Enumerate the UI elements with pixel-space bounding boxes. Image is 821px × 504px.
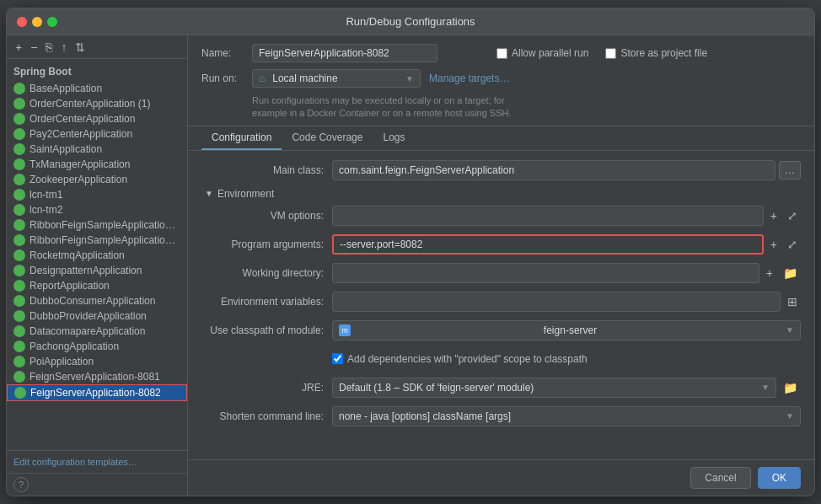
config-item-7[interactable]: lcn-tm1 — [7, 187, 187, 202]
app-icon-7 — [13, 189, 25, 201]
config-item-2[interactable]: OrderCenterApplication — [7, 111, 187, 126]
add-deps-checkbox[interactable] — [332, 353, 343, 364]
config-item-3[interactable]: Pay2CenterApplication — [7, 126, 187, 142]
classpath-value: feign-server — [544, 324, 597, 336]
jre-field: Default (1.8 – SDK of 'feign-server' mod… — [332, 378, 801, 398]
vm-options-field: + ⤢ — [332, 206, 801, 226]
working-dir-browse-button[interactable]: 📁 — [780, 265, 801, 281]
run-on-select[interactable]: ⌂ Local machine ▼ — [252, 69, 421, 88]
vm-options-input[interactable] — [332, 206, 764, 226]
environment-section[interactable]: ▼ Environment — [201, 188, 801, 200]
env-vars-input[interactable] — [332, 292, 781, 312]
edit-templates-link[interactable]: Edit configuration templates… — [13, 457, 137, 467]
config-item-label-10: RibbonFeignSampleApplicatio… — [30, 234, 175, 246]
app-icon-8 — [13, 204, 25, 216]
jre-value: Default (1.8 – SDK of 'feign-server' mod… — [339, 382, 534, 394]
program-args-input[interactable] — [332, 234, 764, 255]
help-button[interactable]: ? — [13, 477, 29, 492]
app-icon-1 — [13, 98, 25, 110]
working-dir-expand-button[interactable]: + — [763, 265, 776, 281]
config-item-label-20: FeignServerApplication-8082 — [30, 387, 161, 399]
working-dir-row: Working directory: + 📁 — [201, 262, 801, 284]
store-as-project-checkbox[interactable] — [605, 48, 616, 59]
add-deps-label: Add dependencies with "provided" scope t… — [332, 353, 588, 365]
shorten-value: none - java [options] className [args] — [339, 410, 511, 422]
vm-options-row: VM options: + ⤢ — [201, 205, 801, 227]
jre-select[interactable]: Default (1.8 – SDK of 'feign-server' mod… — [332, 378, 776, 398]
config-item-9[interactable]: RibbonFeignSampleApplicatio… — [7, 217, 187, 233]
config-item-0[interactable]: BaseApplication — [7, 81, 187, 96]
ok-button[interactable]: OK — [758, 467, 801, 489]
jre-label: JRE: — [201, 382, 332, 394]
env-vars-row: Environment variables: ⊞ — [201, 291, 801, 313]
working-dir-input[interactable] — [332, 263, 759, 283]
jre-browse-button[interactable]: 📁 — [780, 380, 801, 395]
env-vars-browse-button[interactable]: ⊞ — [784, 294, 801, 309]
app-icon-5 — [13, 158, 25, 170]
name-input[interactable] — [252, 44, 437, 62]
config-item-6[interactable]: ZookeeperApplication — [7, 172, 187, 187]
config-item-11[interactable]: RocketmqApplication — [7, 248, 187, 263]
run-on-value: Local machine — [272, 72, 337, 84]
app-icon-12 — [13, 265, 25, 276]
config-item-13[interactable]: ReportApplication — [7, 278, 187, 293]
tab-configuration[interactable]: Configuration — [201, 126, 282, 150]
sidebar: + − ⎘ ↑ ⇅ Spring Boot BaseApplication Or… — [7, 35, 188, 496]
run-on-label: Run on: — [201, 72, 244, 84]
main-class-input[interactable] — [332, 160, 775, 180]
config-item-15[interactable]: DubboProviderApplication — [7, 308, 187, 324]
config-item-19[interactable]: FeignServerApplication-8081 — [7, 369, 187, 384]
app-icon-10 — [13, 234, 25, 246]
name-row: Name: Allow parallel run Store as projec… — [201, 44, 801, 62]
maximize-button[interactable] — [47, 17, 57, 27]
shorten-select[interactable]: none - java [options] className [args] ▼ — [332, 406, 801, 426]
main-class-row: Main class: … — [201, 159, 801, 181]
config-item-label-15: DubboProviderApplication — [30, 310, 147, 322]
tab-coverage[interactable]: Code Coverage — [282, 126, 373, 150]
config-item-10[interactable]: RibbonFeignSampleApplicatio… — [7, 233, 187, 248]
app-icon-15 — [13, 310, 25, 322]
config-item-4[interactable]: SaintApplication — [7, 142, 187, 157]
move-up-button[interactable]: ↑ — [57, 39, 70, 56]
config-item-label-0: BaseApplication — [30, 83, 102, 94]
config-item-8[interactable]: lcn-tm2 — [7, 202, 187, 217]
classpath-select[interactable]: m feign-server ▼ — [332, 320, 801, 340]
config-item-17[interactable]: PachongApplication — [7, 339, 187, 354]
config-item-14[interactable]: DubboConsumerApplication — [7, 293, 187, 308]
program-args-expand-button[interactable]: + — [767, 237, 781, 252]
config-item-label-13: ReportApplication — [30, 280, 110, 292]
vm-options-fullscreen-button[interactable]: ⤢ — [784, 208, 801, 223]
config-item-16[interactable]: DatacomapareApplication — [7, 324, 187, 339]
allow-parallel-checkbox[interactable] — [496, 48, 507, 59]
program-args-fullscreen-button[interactable]: ⤢ — [784, 237, 801, 252]
main-class-browse-button[interactable]: … — [779, 161, 801, 180]
program-args-row: Program arguments: + ⤢ 将改副本实例的端口号为8082 — [201, 233, 801, 255]
sort-button[interactable]: ⇅ — [72, 39, 89, 56]
config-item-18[interactable]: PoiApplication — [7, 354, 187, 369]
copy-config-button[interactable]: ⎘ — [42, 39, 56, 56]
config-item-1[interactable]: OrderCenterApplication (1) — [7, 96, 187, 111]
tab-logs[interactable]: Logs — [373, 126, 415, 150]
app-icon-4 — [13, 143, 25, 155]
app-icon-2 — [13, 113, 25, 125]
shorten-label: Shorten command line: — [201, 410, 332, 422]
config-options: Allow parallel run Store as project file — [496, 47, 707, 59]
shorten-field: none - java [options] className [args] ▼ — [332, 406, 801, 426]
config-item-12[interactable]: DesignpatternApplication — [7, 263, 187, 278]
config-item-5[interactable]: TxManagerApplication — [7, 157, 187, 172]
config-item-label-1: OrderCenterApplication (1) — [30, 98, 150, 110]
config-item-20[interactable]: FeignServerApplication-8082 — [7, 384, 187, 401]
app-icon-20 — [14, 387, 26, 399]
remove-config-button[interactable]: − — [27, 39, 40, 56]
close-button[interactable] — [17, 17, 27, 27]
cancel-button[interactable]: Cancel — [690, 467, 750, 489]
config-item-label-12: DesignpatternApplication — [30, 265, 142, 276]
shorten-arrow: ▼ — [786, 411, 794, 421]
manage-targets-link[interactable]: Manage targets… — [429, 72, 509, 84]
minimize-button[interactable] — [32, 17, 42, 27]
vm-options-expand-button[interactable]: + — [767, 208, 781, 223]
add-config-button[interactable]: + — [12, 39, 25, 56]
config-item-label-4: SaintApplication — [30, 143, 102, 155]
run-debug-dialog: Run/Debug Configurations + − ⎘ ↑ ⇅ Sprin… — [6, 8, 815, 496]
config-item-label-11: RocketmqApplication — [30, 249, 125, 261]
